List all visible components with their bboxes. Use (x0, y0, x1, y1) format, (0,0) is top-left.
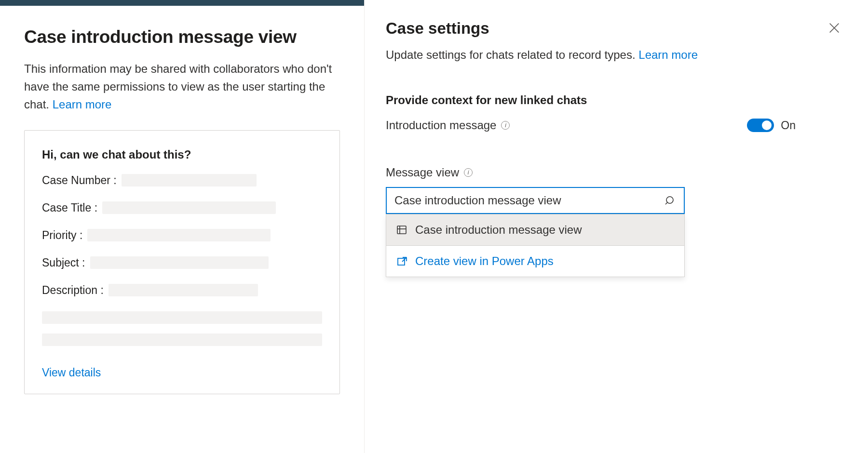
svg-line-3 (665, 202, 667, 204)
close-button[interactable] (827, 21, 841, 35)
message-view-combobox[interactable]: Case introduction message view (386, 187, 685, 214)
field-placeholder (87, 229, 271, 241)
message-view-label: Message view (386, 166, 459, 179)
field-placeholder (102, 201, 276, 214)
field-case-title: Case Title : (42, 201, 322, 214)
message-preview-card: Hi, can we chat about this? Case Number … (24, 130, 340, 394)
settings-panel: Case settings Update settings for chats … (365, 0, 868, 453)
panel-top-bar (0, 0, 364, 6)
learn-more-link-left[interactable]: Learn more (53, 98, 112, 111)
dropdown-option-create[interactable]: Create view in Power Apps (386, 245, 684, 277)
close-icon (827, 28, 841, 36)
field-placeholder-line (42, 311, 322, 324)
open-external-icon (396, 255, 407, 267)
learn-more-link-right[interactable]: Learn more (638, 48, 698, 61)
field-placeholder (108, 284, 258, 296)
preview-title: Case introduction message view (24, 27, 340, 47)
settings-description-text: Update settings for chats related to rec… (386, 48, 638, 61)
field-subject: Subject : (42, 256, 322, 269)
field-label-subject: Subject : (42, 256, 85, 269)
preview-description: This information may be shared with coll… (24, 60, 340, 114)
preview-panel: Case introduction message view This info… (0, 0, 365, 453)
preview-greeting: Hi, can we chat about this? (42, 148, 322, 161)
view-details-link[interactable]: View details (42, 366, 101, 379)
message-view-dropdown: Case introduction message view Create vi… (386, 214, 685, 277)
search-icon (665, 195, 676, 206)
context-section-heading: Provide context for new linked chats (386, 93, 844, 107)
field-placeholder (122, 174, 257, 187)
field-label-description: Description : (42, 284, 104, 297)
field-description: Description : (42, 284, 322, 297)
field-label-case-title: Case Title : (42, 201, 97, 214)
combobox-value: Case introduction message view (394, 194, 665, 207)
toggle-state-label: On (781, 119, 796, 132)
field-case-number: Case Number : (42, 174, 322, 187)
svg-rect-7 (398, 258, 405, 265)
field-label-priority: Priority : (42, 229, 82, 242)
svg-point-2 (666, 197, 673, 203)
intro-message-label: Introduction message (386, 119, 496, 132)
intro-message-row: Introduction message i On (386, 119, 844, 132)
info-icon[interactable]: i (464, 168, 473, 177)
field-label-case-number: Case Number : (42, 174, 117, 187)
settings-title: Case settings (386, 19, 844, 38)
dropdown-option-selected[interactable]: Case introduction message view (386, 214, 684, 245)
field-placeholder-line (42, 333, 322, 346)
dropdown-option-label: Create view in Power Apps (415, 254, 554, 268)
view-icon (396, 224, 407, 236)
info-icon[interactable]: i (501, 121, 510, 130)
settings-description: Update settings for chats related to rec… (386, 46, 844, 64)
field-priority: Priority : (42, 229, 322, 242)
dropdown-option-label: Case introduction message view (415, 223, 582, 237)
intro-message-toggle[interactable] (747, 119, 774, 132)
field-placeholder (90, 256, 269, 269)
svg-rect-4 (397, 226, 406, 234)
